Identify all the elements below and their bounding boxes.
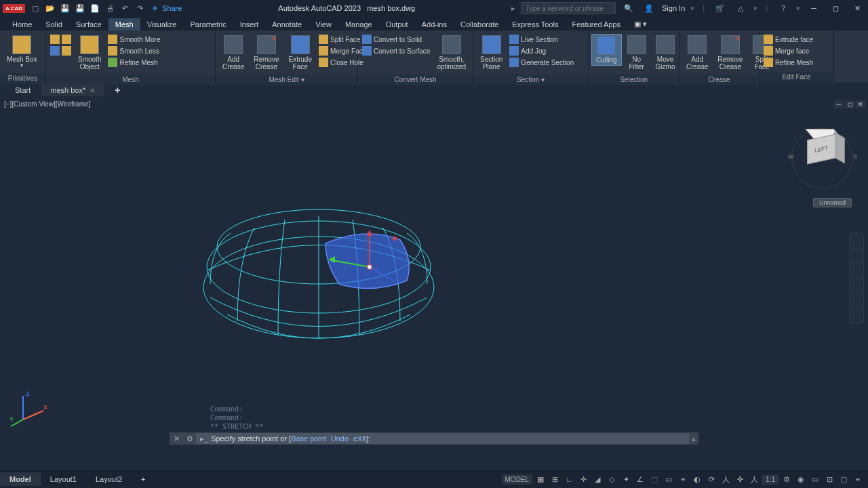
refine-mesh-button[interactable]: Refine Mesh: [106, 57, 161, 68]
menu-tab-home[interactable]: Home: [5, 18, 39, 30]
culling-button[interactable]: Culling: [591, 34, 622, 66]
minimize-button[interactable]: ─: [808, 3, 819, 14]
tab-layout2[interactable]: Layout2: [86, 472, 132, 486]
tab-layout1[interactable]: Layout1: [41, 472, 86, 486]
panel-selection[interactable]: Selection: [589, 75, 679, 85]
cleanscreen-icon[interactable]: ▢: [837, 473, 850, 485]
viewport[interactable]: [−][Custom View][Wireframe] ─ ◻ ✕: [0, 98, 868, 470]
section-plane-button[interactable]: Section Plane: [476, 34, 507, 72]
extrude-face-button[interactable]: Extrude Face: [285, 34, 316, 72]
ucs-icon[interactable]: Z X Y: [9, 389, 50, 430]
menu-tab-parametric[interactable]: Parametric: [183, 18, 233, 30]
smooth-object-button[interactable]: Smooth Object: [74, 34, 105, 72]
menu-tab-view[interactable]: View: [309, 18, 338, 30]
menu-tab-add-ins[interactable]: Add-ins: [415, 18, 454, 30]
vp-maximize-icon[interactable]: ◻: [845, 100, 854, 108]
cart-icon[interactable]: 🛒: [715, 3, 726, 14]
arrow-icon[interactable]: ▸: [511, 4, 515, 13]
gizmo-status-icon[interactable]: ✜: [734, 473, 746, 485]
a360-icon[interactable]: △: [735, 3, 746, 14]
annotation-icon[interactable]: 人: [748, 473, 760, 485]
plot-icon[interactable]: 📄: [90, 3, 100, 14]
menu-tab-manage[interactable]: Manage: [338, 18, 379, 30]
customize-icon[interactable]: ≡: [852, 473, 864, 485]
mesh-object[interactable]: [190, 179, 461, 369]
nav-orbit-icon[interactable]: [850, 279, 863, 293]
add-crease-button[interactable]: Add Crease: [218, 34, 248, 72]
otrack-icon[interactable]: ∠: [634, 473, 646, 485]
share-label[interactable]: Share: [162, 4, 182, 12]
dynucs-icon[interactable]: ⬚: [648, 473, 660, 485]
nav-zoom-icon[interactable]: [850, 264, 863, 279]
nav-pan-icon[interactable]: [850, 249, 863, 264]
close-tab-icon[interactable]: ✕: [90, 87, 95, 94]
undo-icon[interactable]: ↶: [119, 3, 130, 14]
menu-tab-insert[interactable]: Insert: [233, 18, 266, 30]
vp-minimize-icon[interactable]: ─: [834, 100, 844, 108]
polar-icon[interactable]: ✛: [577, 473, 589, 485]
command-line[interactable]: ✕ ⚙ ▸_ Specify stretch point or [ Base p…: [170, 432, 698, 445]
menu-overflow-button[interactable]: ▣ ▾: [627, 18, 654, 30]
osnap-icon[interactable]: ◇: [606, 473, 618, 485]
tab-model[interactable]: Model: [0, 472, 41, 486]
gear-icon[interactable]: ⚙: [781, 473, 793, 485]
isolate-icon[interactable]: ▭: [809, 473, 821, 485]
cycling-icon[interactable]: ⟳: [705, 473, 717, 485]
search-icon[interactable]: 🔍: [623, 3, 634, 14]
generate-section-button[interactable]: Generate Section: [508, 57, 575, 68]
smooth-top-icon[interactable]: [49, 34, 73, 45]
cmd-opt-base[interactable]: Base point: [291, 434, 326, 443]
panel-section[interactable]: Section ▾: [473, 75, 588, 85]
workspace-icon[interactable]: ◉: [795, 473, 807, 485]
extrude-face2-button[interactable]: Extrude face: [762, 34, 814, 45]
menu-tab-collaborate[interactable]: Collaborate: [454, 18, 505, 30]
hardware-icon[interactable]: ⊡: [823, 473, 835, 485]
viewcube[interactable]: WS LEFT: [788, 125, 856, 192]
remove-crease-button[interactable]: ✕Remove Crease: [250, 34, 283, 72]
remove-crease2-button[interactable]: ✕Remove Crease: [713, 34, 747, 72]
convert-solid-button[interactable]: Convert to Solid: [361, 34, 431, 45]
share-icon[interactable]: ✈: [149, 3, 160, 14]
menu-tab-solid[interactable]: Solid: [39, 18, 68, 30]
isodraft-icon[interactable]: ◢: [591, 473, 604, 485]
refine-mesh2-button[interactable]: Refine Mesh: [762, 57, 814, 68]
panel-primitives[interactable]: Primitives: [0, 73, 45, 84]
move-gizmo-button[interactable]: Move Gizmo: [652, 34, 679, 72]
user-icon[interactable]: 👤: [644, 3, 654, 14]
panel-editface[interactable]: Edit Face: [760, 72, 833, 83]
grid-icon[interactable]: ▦: [534, 473, 547, 485]
ortho-icon[interactable]: ∟: [563, 473, 575, 485]
smooth-more-button[interactable]: Smooth More: [106, 34, 161, 45]
maximize-button[interactable]: ◻: [830, 3, 841, 14]
command-input[interactable]: ▸_ Specify stretch point or [ Base point…: [196, 433, 689, 444]
cmd-options-icon[interactable]: ⚙: [184, 434, 196, 443]
signin-link[interactable]: Sign In: [662, 4, 685, 12]
status-scale[interactable]: 1:1: [762, 474, 778, 485]
tab-meshbox[interactable]: mesh box*✕: [41, 84, 105, 96]
live-section-button[interactable]: Live Section: [508, 34, 575, 45]
menu-tab-surface[interactable]: Surface: [69, 18, 108, 30]
transparency-icon[interactable]: ◐: [691, 473, 703, 485]
merge-face2-button[interactable]: Merge face: [762, 45, 814, 56]
menu-tab-mesh[interactable]: Mesh: [108, 18, 140, 30]
search-input[interactable]: [521, 2, 616, 14]
smooth-mid-icon[interactable]: [49, 45, 73, 56]
redo-icon[interactable]: ↷: [134, 3, 145, 14]
nav-more-icon[interactable]: [850, 308, 863, 323]
nav-showmotion-icon[interactable]: [850, 293, 863, 308]
menu-tab-output[interactable]: Output: [379, 18, 415, 30]
close-button[interactable]: ✕: [852, 3, 863, 14]
cmd-opt-exit[interactable]: eXit: [353, 434, 366, 443]
smooth-less-button[interactable]: Smooth Less: [106, 45, 161, 56]
smooth-optimized-button[interactable]: Smooth, optimized: [433, 34, 470, 72]
help-icon[interactable]: ?: [778, 3, 789, 14]
viewport-label[interactable]: [−][Custom View][Wireframe]: [4, 100, 90, 108]
view-name-badge[interactable]: Unnamed: [813, 198, 852, 207]
save-icon[interactable]: 💾: [60, 3, 71, 14]
add-jog-button[interactable]: Add Jog: [508, 45, 575, 56]
menu-tab-featured-apps[interactable]: Featured Apps: [566, 18, 628, 30]
print-icon[interactable]: 🖨: [104, 3, 115, 14]
navigation-bar[interactable]: [849, 233, 864, 324]
new-icon[interactable]: ▢: [30, 3, 41, 14]
add-crease2-button[interactable]: Add Crease: [682, 34, 712, 72]
